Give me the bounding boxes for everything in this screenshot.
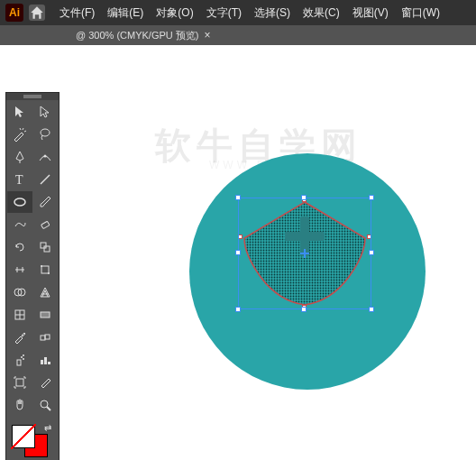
paintbrush-tool[interactable]: [33, 191, 59, 213]
column-graph-tool[interactable]: [33, 349, 59, 371]
resize-handle[interactable]: [369, 250, 374, 255]
resize-handle[interactable]: [301, 195, 307, 200]
svg-point-20: [21, 356, 23, 358]
magic-wand-tool[interactable]: [7, 124, 32, 145]
svg-rect-18: [45, 335, 50, 339]
resize-handle[interactable]: [235, 250, 241, 255]
eraser-tool[interactable]: [33, 214, 59, 235]
color-swatch-area: ⇄: [6, 419, 59, 460]
panel-grip[interactable]: [6, 93, 59, 100]
rotate-tool[interactable]: [7, 236, 32, 258]
shaper-tool[interactable]: [7, 214, 32, 235]
svg-point-27: [41, 400, 48, 408]
svg-point-4: [14, 198, 25, 206]
document-tab-bar: @ 300% (CMYK/GPU 预览) ×: [0, 25, 476, 45]
svg-line-3: [41, 175, 50, 184]
gradient-tool[interactable]: [33, 304, 59, 326]
shape-builder-tool[interactable]: [7, 281, 32, 303]
svg-rect-19: [17, 360, 21, 365]
pen-tool[interactable]: [7, 146, 32, 168]
close-tab-icon[interactable]: ×: [204, 29, 210, 41]
svg-text:T: T: [15, 173, 23, 187]
eyedropper-tool[interactable]: [7, 327, 32, 348]
svg-point-0: [41, 129, 50, 136]
symbol-sprayer-tool[interactable]: [7, 349, 32, 371]
selection-tool[interactable]: [7, 101, 32, 123]
svg-point-10: [48, 272, 50, 274]
selection-bounding-box[interactable]: [238, 198, 371, 309]
menu-window[interactable]: 窗口(W): [396, 4, 445, 23]
menu-type[interactable]: 文字(T): [201, 4, 247, 23]
menu-object[interactable]: 对象(O): [151, 4, 198, 23]
svg-rect-8: [41, 266, 49, 273]
ellipse-tool[interactable]: [7, 191, 32, 213]
svg-rect-23: [41, 360, 43, 364]
svg-rect-24: [44, 357, 47, 364]
lasso-tool[interactable]: [33, 124, 59, 145]
svg-rect-26: [16, 379, 23, 386]
resize-handle[interactable]: [235, 195, 241, 200]
scale-tool[interactable]: [33, 236, 59, 258]
resize-handle[interactable]: [301, 307, 307, 312]
fill-stroke-swatch[interactable]: ⇄: [10, 423, 53, 459]
svg-rect-5: [41, 221, 50, 228]
artboard-tool[interactable]: [7, 372, 32, 393]
svg-rect-16: [41, 312, 50, 317]
menu-select[interactable]: 选择(S): [249, 4, 296, 23]
tool-grid: T: [6, 100, 59, 419]
perspective-grid-tool[interactable]: [33, 281, 59, 303]
svg-rect-25: [48, 362, 50, 364]
mesh-tool[interactable]: [7, 304, 32, 326]
document-tab[interactable]: @ 300% (CMYK/GPU 预览) ×: [69, 25, 217, 45]
svg-point-21: [23, 354, 24, 356]
menu-bar: Ai 文件(F) 编辑(E) 对象(O) 文字(T) 选择(S) 效果(C) 视…: [0, 0, 476, 25]
document-tab-title: @ 300% (CMYK/GPU 预览): [76, 29, 198, 42]
swap-fill-stroke-icon[interactable]: ⇄: [44, 423, 51, 433]
app-logo-icon: Ai: [5, 4, 23, 22]
svg-rect-7: [44, 246, 50, 252]
type-tool[interactable]: T: [7, 169, 32, 190]
direct-selection-tool[interactable]: [33, 101, 59, 123]
line-segment-tool[interactable]: [33, 169, 59, 190]
resize-handle[interactable]: [235, 307, 241, 312]
menu-edit[interactable]: 编辑(E): [102, 4, 149, 23]
zoom-tool[interactable]: [33, 394, 59, 416]
resize-handle[interactable]: [369, 307, 374, 312]
resize-handle[interactable]: [369, 195, 374, 200]
menu-file[interactable]: 文件(F): [54, 4, 100, 23]
svg-point-1: [44, 155, 47, 158]
center-point-icon: [300, 249, 309, 258]
free-transform-tool[interactable]: [33, 259, 59, 281]
home-icon[interactable]: [29, 5, 45, 21]
width-tool[interactable]: [7, 259, 32, 281]
blend-tool[interactable]: [33, 327, 59, 348]
svg-rect-6: [41, 243, 46, 248]
hand-tool[interactable]: [7, 394, 32, 416]
tools-panel: T: [5, 92, 60, 460]
svg-point-22: [23, 358, 24, 360]
svg-rect-17: [41, 336, 45, 340]
menu-view[interactable]: 视图(V): [347, 4, 394, 23]
slice-tool[interactable]: [33, 372, 59, 393]
canvas[interactable]: 软牛自学网 WWW.RJZXW.COM: [65, 45, 476, 460]
menu-effect[interactable]: 效果(C): [298, 4, 345, 23]
svg-line-28: [47, 407, 50, 410]
curvature-tool[interactable]: [33, 146, 59, 168]
fill-swatch[interactable]: [12, 425, 35, 448]
svg-point-9: [41, 265, 42, 267]
